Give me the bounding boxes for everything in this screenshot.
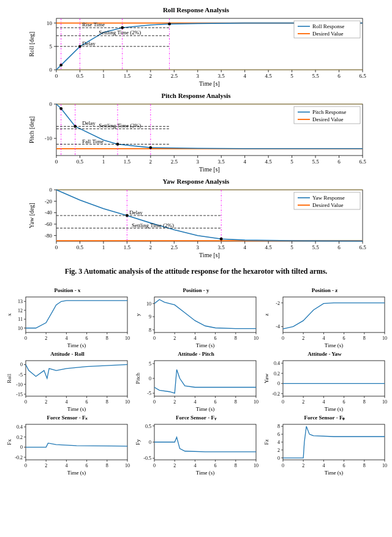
svg-text:0: 0 bbox=[20, 362, 23, 367]
svg-text:0: 0 bbox=[50, 187, 53, 193]
svg-text:2: 2 bbox=[45, 399, 47, 405]
svg-text:1.5: 1.5 bbox=[124, 73, 131, 79]
svg-text:Time (s): Time (s) bbox=[325, 406, 343, 412]
svg-text:1.5: 1.5 bbox=[124, 159, 131, 165]
svg-text:0: 0 bbox=[282, 399, 284, 405]
svg-text:6.5: 6.5 bbox=[359, 244, 366, 250]
svg-text:10: 10 bbox=[254, 336, 258, 341]
svg-text:-10: -10 bbox=[16, 382, 23, 388]
svg-text:Time (s): Time (s) bbox=[67, 342, 86, 348]
svg-text:10: 10 bbox=[125, 336, 130, 341]
svg-point-44 bbox=[168, 23, 171, 26]
svg-text:5.5: 5.5 bbox=[312, 159, 319, 165]
svg-text:0: 0 bbox=[282, 463, 284, 468]
svg-text:Time [s]: Time [s] bbox=[199, 252, 220, 258]
small-chart-8: Force Sensor - Fᵩ024681002468Time (s)Fz bbox=[262, 415, 387, 476]
small-chart-title: Position - z bbox=[262, 287, 387, 293]
small-chart-title: Attitude - Yaw bbox=[262, 351, 387, 357]
svg-text:0: 0 bbox=[24, 336, 27, 341]
svg-text:1: 1 bbox=[102, 244, 105, 250]
svg-text:0: 0 bbox=[20, 445, 23, 450]
svg-text:6: 6 bbox=[337, 244, 341, 250]
svg-text:4: 4 bbox=[277, 440, 280, 445]
chart-title: Yaw Response Analysis bbox=[24, 178, 368, 185]
svg-text:6: 6 bbox=[277, 432, 280, 437]
small-chart-title: Force Sensor - Fₓ bbox=[5, 415, 130, 421]
svg-point-100 bbox=[149, 146, 152, 149]
svg-text:Settling Time (2%): Settling Time (2%) bbox=[132, 222, 174, 228]
svg-text:0.5: 0.5 bbox=[77, 73, 84, 79]
svg-text:5: 5 bbox=[50, 43, 53, 50]
svg-text:0.4: 0.4 bbox=[274, 361, 280, 366]
figure-caption: Fig. 3 Automatic analysis of the attitud… bbox=[5, 267, 387, 276]
svg-text:10: 10 bbox=[125, 399, 130, 405]
small-chart-7: Force Sensor - Fᵧ0246810-0.500.5Time (s)… bbox=[134, 415, 258, 476]
svg-text:Time (s): Time (s) bbox=[325, 342, 343, 348]
svg-text:5: 5 bbox=[290, 244, 293, 250]
svg-text:y: y bbox=[135, 313, 141, 316]
svg-text:Fy: Fy bbox=[135, 439, 141, 445]
svg-text:0: 0 bbox=[149, 440, 151, 445]
svg-text:10: 10 bbox=[382, 463, 387, 468]
svg-text:5.5: 5.5 bbox=[312, 244, 319, 250]
svg-text:6: 6 bbox=[214, 463, 217, 468]
svg-text:8: 8 bbox=[106, 399, 108, 405]
svg-rect-256 bbox=[154, 361, 256, 396]
small-chart-title: Attitude - Pitch bbox=[134, 351, 258, 357]
svg-text:Time (s): Time (s) bbox=[325, 470, 343, 476]
svg-text:4.5: 4.5 bbox=[265, 159, 273, 165]
svg-text:4: 4 bbox=[243, 244, 246, 250]
svg-text:5.5: 5.5 bbox=[312, 73, 319, 79]
svg-text:4: 4 bbox=[322, 463, 325, 468]
svg-text:Roll Response: Roll Response bbox=[312, 23, 344, 29]
svg-text:0.2: 0.2 bbox=[17, 435, 23, 440]
svg-text:2.5: 2.5 bbox=[171, 159, 178, 165]
svg-text:6: 6 bbox=[337, 73, 341, 79]
svg-text:2: 2 bbox=[302, 399, 304, 405]
svg-text:0: 0 bbox=[50, 101, 53, 107]
svg-text:z: z bbox=[263, 314, 270, 316]
svg-text:-20: -20 bbox=[45, 198, 52, 205]
svg-text:8: 8 bbox=[235, 463, 237, 468]
svg-text:Time [s]: Time [s] bbox=[199, 80, 220, 87]
svg-text:0: 0 bbox=[153, 399, 156, 405]
small-chart-title: Force Sensor - Fᵧ bbox=[134, 415, 258, 421]
svg-text:-15: -15 bbox=[16, 392, 23, 397]
svg-text:2: 2 bbox=[173, 399, 176, 405]
svg-text:8: 8 bbox=[106, 336, 108, 341]
chart-svg: 00.511.522.533.544.555.566.5-100DelaySet… bbox=[24, 100, 368, 173]
small-chart-3: Attitude - Roll0246810-15-10-50Time (s)R… bbox=[5, 351, 130, 412]
svg-text:Pitch [deg]: Pitch [deg] bbox=[28, 116, 35, 143]
svg-text:10: 10 bbox=[18, 326, 23, 331]
svg-text:4: 4 bbox=[322, 399, 325, 405]
small-chart-title: Attitude - Roll bbox=[5, 351, 130, 357]
svg-text:Yaw: Yaw bbox=[263, 373, 270, 383]
svg-text:Desired Value: Desired Value bbox=[312, 116, 344, 122]
svg-text:-10: -10 bbox=[45, 135, 52, 141]
svg-text:Time [s]: Time [s] bbox=[199, 166, 220, 173]
svg-text:8: 8 bbox=[106, 463, 108, 468]
svg-text:0: 0 bbox=[277, 456, 280, 461]
svg-text:Time (s): Time (s) bbox=[196, 406, 214, 412]
chart-svg: 00.511.522.533.544.555.566.5-80-60-40-20… bbox=[24, 186, 368, 258]
svg-text:12: 12 bbox=[18, 308, 23, 314]
svg-text:0: 0 bbox=[282, 336, 284, 341]
svg-text:Time (s): Time (s) bbox=[67, 470, 86, 476]
svg-text:5: 5 bbox=[290, 159, 293, 165]
svg-text:4.5: 4.5 bbox=[265, 73, 273, 79]
svg-text:6: 6 bbox=[343, 463, 345, 468]
svg-rect-214 bbox=[283, 297, 385, 332]
chart-0: Roll Response Analysis00.511.522.533.544… bbox=[24, 6, 368, 87]
svg-text:6: 6 bbox=[86, 336, 88, 341]
svg-text:5: 5 bbox=[290, 73, 293, 79]
chart-title: Pitch Response Analysis bbox=[24, 92, 368, 99]
svg-text:Delay: Delay bbox=[129, 209, 143, 216]
svg-text:2: 2 bbox=[302, 336, 304, 341]
svg-text:Rise Time: Rise Time bbox=[82, 21, 105, 28]
small-chart-grid: Position - x024681010111213Time (s)x Pos… bbox=[5, 287, 387, 476]
svg-text:-4: -4 bbox=[276, 324, 280, 329]
svg-text:2: 2 bbox=[277, 448, 280, 453]
chart-2: Yaw Response Analysis00.511.522.533.544.… bbox=[24, 178, 368, 258]
svg-text:2.5: 2.5 bbox=[171, 244, 178, 250]
svg-text:0: 0 bbox=[153, 463, 156, 468]
